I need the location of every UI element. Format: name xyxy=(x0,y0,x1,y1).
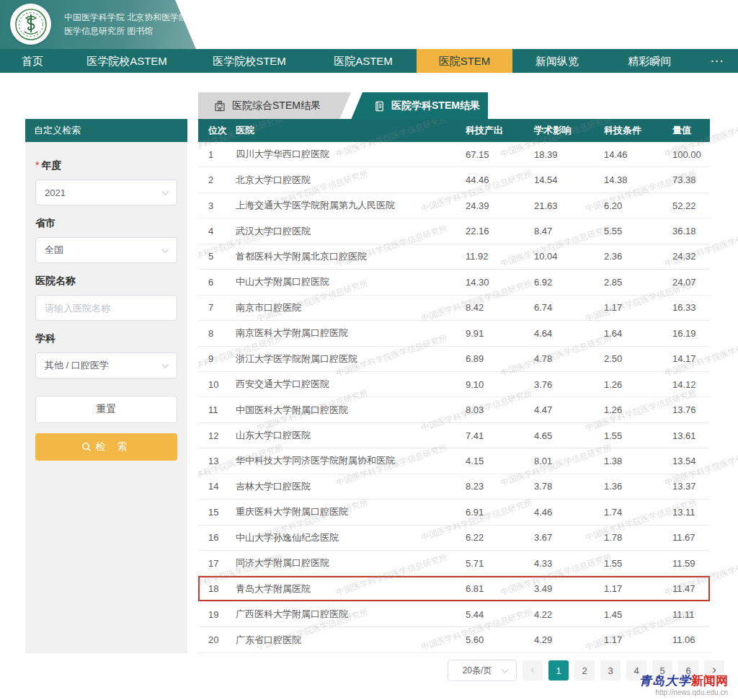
hospital-cell: 青岛大学附属医院 xyxy=(236,582,466,595)
nav-item[interactable]: 医院ASTEM xyxy=(310,49,417,73)
hospital-cell: 中国医科大学附属口腔医院 xyxy=(236,404,466,417)
academic-impact-cell: 10.04 xyxy=(534,251,604,262)
search-button[interactable]: 检 索 xyxy=(35,433,177,461)
select-学科[interactable]: 其他 / 口腔医学 xyxy=(35,353,177,378)
academic-impact-cell: 4.46 xyxy=(534,507,604,518)
search-button-label: 检 索 xyxy=(96,440,132,453)
value-cell: 16.19 xyxy=(672,328,710,339)
col-header-hospital: 医院 xyxy=(236,124,466,137)
tech-output-cell: 8.03 xyxy=(466,404,534,415)
tech-condition-cell: 14.38 xyxy=(604,174,672,185)
nav-item[interactable]: 医院STEM xyxy=(417,49,512,73)
table-row: 14吉林大学口腔医院8.233.781.3613.37 xyxy=(198,474,710,500)
academic-impact-cell: 6.74 xyxy=(534,302,604,313)
tech-condition-cell: 1.74 xyxy=(604,507,672,518)
page-button[interactable]: 2 xyxy=(574,660,595,681)
main-nav: 首页医学院校ASTEM医学院校STEM医院ASTEM医院STEM新闻纵览精彩瞬间… xyxy=(0,49,738,73)
search-sidebar: 自定义检索 *年度2021省市全国医院名称学科其他 / 口腔医学重置检 索 xyxy=(25,119,187,653)
nav-item-more[interactable]: ··· xyxy=(698,49,738,73)
field-label: 学科 xyxy=(35,332,177,345)
value-cell: 100.00 xyxy=(672,149,710,160)
table-row: 3上海交通大学医学院附属第九人民医院24.3921.636.2052.22 xyxy=(198,193,710,218)
academic-impact-cell: 4.64 xyxy=(534,328,604,339)
rank-cell: 6 xyxy=(198,277,236,288)
qdu-news-logo: 青岛大学新闻网 xyxy=(639,673,728,688)
nav-item[interactable]: 精彩瞬间 xyxy=(602,49,698,73)
nav-item[interactable]: 医学院校ASTEM xyxy=(65,49,189,73)
col-header-tech-output: 科技产出 xyxy=(466,124,534,137)
select-value: 2021 xyxy=(45,187,66,198)
academic-impact-cell: 3.76 xyxy=(534,379,604,390)
table-row: 9浙江大学医学院附属口腔医院6.894.782.5014.17 xyxy=(198,347,710,372)
col-header-tech-condition: 科技条件 xyxy=(604,124,672,137)
rank-cell: 8 xyxy=(198,328,236,339)
page-size-value: 20条/页 xyxy=(463,665,492,677)
field-label: 医院名称 xyxy=(35,275,177,288)
tech-condition-cell: 1.17 xyxy=(604,302,672,313)
required-star: * xyxy=(35,159,39,171)
value-cell: 36.18 xyxy=(672,226,710,236)
value-cell: 13.37 xyxy=(672,481,710,492)
value-cell: 14.17 xyxy=(672,353,710,364)
table-row: 11中国医科大学附属口腔医院8.034.471.2613.76 xyxy=(198,397,710,422)
sidebar-form: *年度2021省市全国医院名称学科其他 / 口腔医学重置检 索 xyxy=(25,142,187,653)
rank-cell: 20 xyxy=(198,634,236,645)
rank-cell: 1 xyxy=(198,149,236,160)
value-cell: 11.06 xyxy=(672,634,710,645)
qdu-news-url: http://news.qdu.edu.cn xyxy=(639,688,728,698)
tech-output-cell: 44.46 xyxy=(466,174,534,185)
book-icon xyxy=(374,101,385,112)
hospital-name-field xyxy=(35,295,177,321)
tech-output-cell: 6.22 xyxy=(466,532,534,543)
tech-condition-cell: 2.36 xyxy=(604,251,672,262)
hospital-cell: 浙江大学医学院附属口腔医院 xyxy=(236,353,466,365)
hospital-cell: 北京大学口腔医院 xyxy=(236,174,466,187)
select-年度[interactable]: 2021 xyxy=(35,180,177,205)
table-row: 7南京市口腔医院8.426.741.1716.33 xyxy=(198,296,710,321)
table-row: 2北京大学口腔医院44.4614.5414.3873.38 xyxy=(198,167,710,192)
table-row: 10西安交通大学口腔医院9.103.761.2614.12 xyxy=(198,372,710,397)
academic-impact-cell: 4.47 xyxy=(534,404,604,415)
tech-output-cell: 9.91 xyxy=(466,328,534,339)
table-row: 20广东省口腔医院5.604.291.1711.06 xyxy=(198,627,710,652)
hospital-cell: 上海交通大学医学院附属第九人民医院 xyxy=(236,199,466,212)
tech-output-cell: 11.92 xyxy=(466,251,534,262)
prev-page-button[interactable]: ‹ xyxy=(523,660,543,681)
search-icon xyxy=(81,442,92,452)
value-cell: 73.38 xyxy=(672,174,710,185)
page-button[interactable]: 3 xyxy=(600,660,621,681)
hospital-cell: 山东大学口腔医院 xyxy=(236,429,466,442)
nav-item[interactable]: 首页 xyxy=(0,49,65,73)
reset-button[interactable]: 重置 xyxy=(35,396,177,423)
rank-cell: 9 xyxy=(198,353,236,364)
tech-output-cell: 5.44 xyxy=(466,609,534,620)
hospital-cell: 南京市口腔医院 xyxy=(236,301,466,314)
nav-item[interactable]: 医学院校STEM xyxy=(189,49,310,73)
page-size-select[interactable]: 20条/页 xyxy=(448,660,517,681)
table-row: 5首都医科大学附属北京口腔医院11.9210.042.3624.32 xyxy=(198,244,710,270)
institute-name-line2: 医学信息研究所 图书馆 xyxy=(64,25,187,38)
rank-cell: 18 xyxy=(198,583,236,594)
tab-hospital-discipline-stem[interactable]: 医院学科STEM结果 xyxy=(351,92,488,120)
hospital-cell: 西安交通大学口腔医院 xyxy=(236,378,466,391)
select-省市[interactable]: 全国 xyxy=(35,237,177,263)
hospital-cell: 首都医科大学附属北京口腔医院 xyxy=(236,250,466,263)
tab-hospital-overall-stem[interactable]: 医院综合STEM结果 xyxy=(198,92,351,120)
value-cell: 11.59 xyxy=(672,558,710,569)
chevron-down-icon xyxy=(162,361,169,368)
rank-cell: 2 xyxy=(198,174,236,185)
tech-condition-cell: 1.78 xyxy=(604,532,672,543)
academic-impact-cell: 4.65 xyxy=(534,430,604,441)
hospital-cell: 中山大学孙逸仙纪念医院 xyxy=(236,531,466,544)
page-button[interactable]: 1 xyxy=(548,660,569,681)
institute-name: 中国医学科学院 北京协和医学院 医学信息研究所 图书馆 xyxy=(64,11,187,38)
nav-item[interactable]: 新闻纵览 xyxy=(512,49,602,73)
hospital-name-input[interactable] xyxy=(45,303,158,314)
academic-impact-cell: 6.92 xyxy=(534,277,604,288)
tech-output-cell: 4.15 xyxy=(466,456,534,466)
tech-condition-cell: 1.55 xyxy=(604,430,672,441)
value-cell: 16.33 xyxy=(672,302,710,313)
rank-cell: 16 xyxy=(198,532,236,543)
select-value: 其他 / 口腔医学 xyxy=(45,359,109,372)
academic-impact-cell: 4.33 xyxy=(534,558,604,569)
